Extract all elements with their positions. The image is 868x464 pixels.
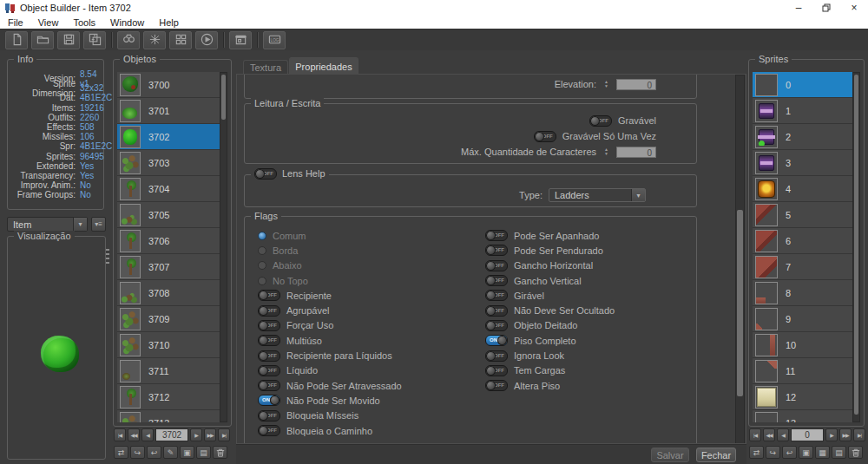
next-button[interactable]: ▶ — [190, 428, 202, 441]
list-item[interactable]: 3711 — [117, 358, 227, 384]
elevation-spinner[interactable]: ▲▼ — [602, 79, 610, 90]
save-as-button[interactable] — [83, 31, 106, 49]
toggle-switch[interactable]: OFF — [485, 365, 508, 376]
toggle-switch[interactable]: OFF — [485, 275, 508, 286]
toggle-switch[interactable]: ON — [485, 335, 508, 346]
menu-view[interactable]: View — [38, 17, 59, 28]
list-item[interactable]: 3707 — [117, 254, 227, 280]
copy-button[interactable]: ▣ — [180, 446, 194, 459]
toggle-switch[interactable]: OFF — [258, 320, 280, 331]
duplicate-button[interactable]: ▤ — [832, 446, 846, 459]
list-item[interactable]: 2 — [753, 124, 860, 150]
list-item[interactable]: 11 — [753, 358, 860, 384]
toggle-switch[interactable]: OFF — [258, 380, 280, 391]
objects-grid-button[interactable] — [169, 31, 192, 49]
toggle-switch[interactable]: OFF — [485, 290, 508, 301]
copy-button[interactable]: ▣ — [799, 446, 813, 459]
redo-button[interactable]: ↪ — [130, 446, 145, 459]
max-chars-field[interactable]: 0 — [616, 147, 656, 158]
properties-scrollbar[interactable] — [735, 75, 745, 444]
toggle-switch[interactable]: OFF — [485, 230, 508, 241]
list-item[interactable]: 3702 — [117, 124, 227, 150]
toggle-switch[interactable]: OFF — [485, 380, 508, 391]
radio-button[interactable] — [258, 277, 266, 285]
list-item[interactable]: 3708 — [117, 280, 227, 306]
save-button[interactable]: Salvar — [651, 448, 689, 462]
swap-button[interactable]: ⇄ — [749, 446, 764, 459]
toggle-switch[interactable]: OFF — [534, 131, 556, 142]
objects-scrollbar-thumb[interactable] — [221, 75, 226, 120]
toggle-switch[interactable]: OFF — [258, 365, 280, 376]
list-item[interactable]: 9 — [753, 306, 860, 332]
market-button[interactable] — [229, 31, 252, 49]
toggle-switch[interactable]: OFF — [485, 320, 508, 331]
find-button[interactable] — [117, 31, 140, 49]
toggle-switch[interactable]: OFF — [485, 245, 508, 256]
max-chars-spinner[interactable]: ▲▼ — [602, 147, 610, 158]
list-item[interactable]: 8 — [753, 280, 860, 306]
prev-fast-button[interactable]: ◀◀ — [763, 428, 775, 441]
list-item[interactable]: 3710 — [117, 332, 227, 358]
list-item[interactable]: 3713 — [117, 410, 227, 422]
prev-fast-button[interactable]: ◀◀ — [128, 428, 140, 441]
menu-window[interactable]: Window — [110, 17, 144, 28]
objects-scrollbar[interactable] — [220, 72, 227, 422]
next-fast-button[interactable]: ▶▶ — [204, 428, 216, 441]
menu-tools[interactable]: Tools — [73, 17, 95, 28]
first-button[interactable]: |◀ — [749, 428, 761, 441]
splitter-grip[interactable] — [106, 249, 109, 266]
list-item[interactable]: 7 — [753, 254, 860, 280]
toggle-switch[interactable]: OFF — [258, 290, 280, 301]
list-item[interactable]: 3706 — [117, 228, 227, 254]
open-folder-button[interactable] — [31, 31, 54, 49]
play-button[interactable] — [195, 31, 218, 49]
edit-button[interactable]: ✎ — [163, 446, 178, 459]
tab-textura[interactable]: Textura — [243, 60, 288, 75]
prev-button[interactable]: ◀ — [141, 428, 154, 441]
save-button[interactable] — [57, 31, 80, 49]
toggle-switch[interactable]: OFF — [258, 410, 280, 422]
radio-button[interactable] — [258, 246, 266, 255]
list-item[interactable]: 10 — [753, 332, 860, 358]
log-button[interactable]: LOG — [263, 31, 286, 49]
lens-help-toggle[interactable]: OFF — [254, 168, 277, 180]
toggle-switch[interactable]: OFF — [258, 305, 280, 317]
close-button[interactable]: × — [840, 0, 868, 16]
clipboard-button[interactable]: ▦ — [815, 446, 830, 459]
trash-button[interactable] — [213, 446, 227, 459]
tab-propriedades[interactable]: Propriedades — [289, 57, 358, 75]
list-item[interactable]: 1 — [753, 98, 860, 124]
toggle-switch[interactable]: OFF — [485, 260, 508, 271]
prev-button[interactable]: ◀ — [777, 428, 789, 441]
toggle-switch[interactable]: OFF — [258, 350, 280, 362]
sprites-scrollbar[interactable] — [852, 72, 860, 422]
last-button[interactable]: ▶| — [218, 428, 230, 441]
radio-button[interactable] — [258, 261, 266, 270]
new-file-button[interactable] — [5, 31, 28, 49]
radio-button[interactable] — [258, 232, 266, 240]
toggle-switch[interactable]: OFF — [485, 305, 508, 317]
undo-button[interactable]: ↩ — [147, 446, 161, 459]
next-fast-button[interactable]: ▶▶ — [839, 428, 852, 441]
page-number-field[interactable]: 0 — [791, 428, 824, 441]
list-item[interactable]: 12 — [753, 384, 860, 410]
toggle-switch[interactable]: OFF — [589, 115, 612, 127]
restore-button[interactable] — [812, 0, 840, 16]
list-item[interactable]: 3 — [753, 150, 860, 176]
list-item[interactable]: 0 — [753, 72, 860, 98]
swap-button[interactable]: ⇄ — [114, 446, 128, 459]
list-item[interactable]: 3705 — [117, 202, 227, 228]
toggle-switch[interactable]: OFF — [258, 335, 280, 346]
toggle-switch[interactable]: ON — [258, 395, 280, 406]
list-item[interactable]: 3703 — [117, 150, 227, 176]
close-button[interactable]: Fechar — [696, 448, 736, 462]
category-select[interactable]: Item ▾ — [7, 217, 88, 232]
redo-button[interactable]: ↪ — [766, 446, 780, 459]
list-item[interactable]: 3700 — [117, 72, 227, 98]
list-item[interactable]: 6 — [753, 228, 860, 254]
page-number-field[interactable]: 3702 — [155, 428, 188, 441]
menu-help[interactable]: Help — [159, 17, 179, 28]
elevation-field[interactable]: 0 — [616, 79, 656, 90]
list-item[interactable]: 4 — [753, 176, 860, 202]
undo-button[interactable]: ↩ — [782, 446, 797, 459]
